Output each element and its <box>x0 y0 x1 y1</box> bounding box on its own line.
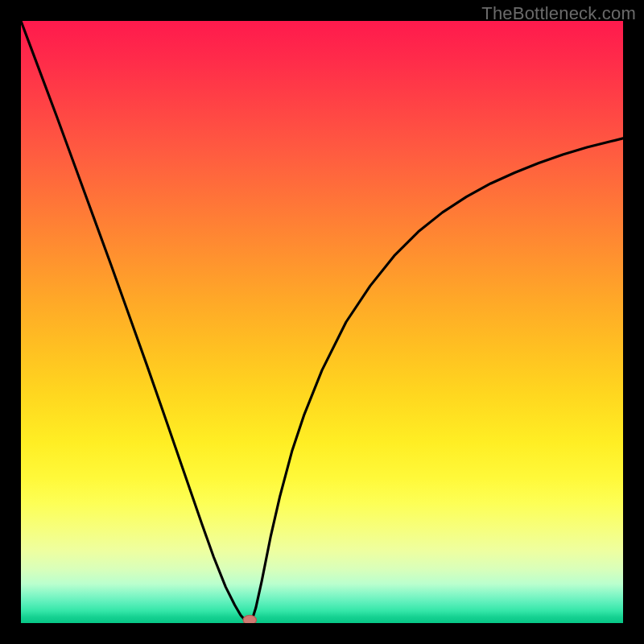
minimum-marker <box>243 615 256 623</box>
watermark-text: TheBottleneck.com <box>481 3 636 24</box>
marker-layer <box>21 21 623 623</box>
chart-frame: TheBottleneck.com <box>0 0 644 644</box>
plot-area <box>21 21 623 623</box>
